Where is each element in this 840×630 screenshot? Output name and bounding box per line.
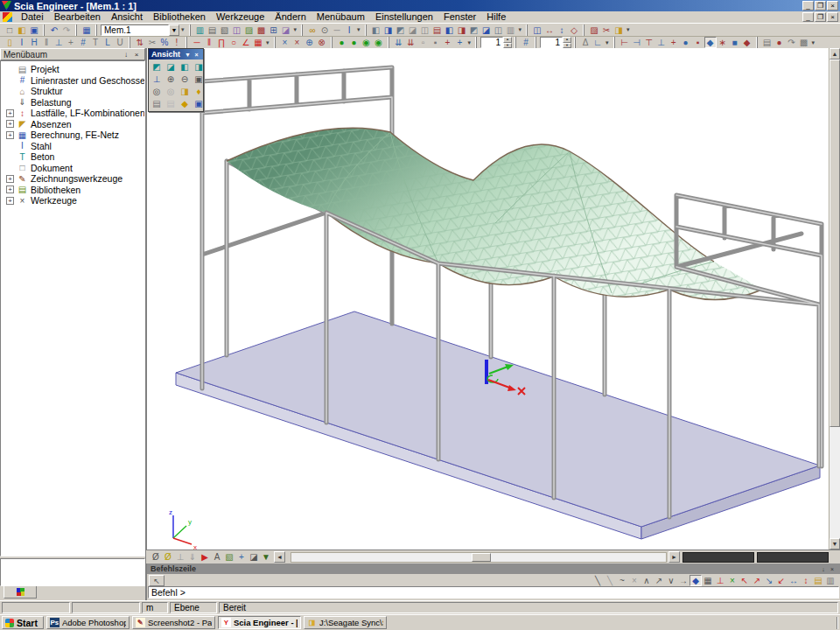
expand-plus-icon[interactable]: + [6,186,14,193]
node-snap-nw-icon[interactable]: ↖ [738,575,751,586]
snap-dot4-icon[interactable]: ◉ [373,37,385,48]
rib-icon[interactable]: ‖ [40,37,52,48]
tree-item-label[interactable]: Berechnung, FE-Netz [31,130,119,140]
node-snap-ne-icon[interactable]: ↗ [751,575,763,586]
visibility-icon[interactable]: ◨ [178,86,191,97]
percent-icon[interactable]: % [158,37,171,48]
table-editor-icon[interactable]: ⊞ [268,24,280,36]
tree-item-load[interactable]: ⇓Belastung [4,97,144,108]
view-palette[interactable]: Ansicht ▼ × ◩◪◧◨⊥⊕⊖▣◎◎◨♦▤▤◆▣ [148,48,204,112]
tree-item-label[interactable]: Lastfälle, LF-Kombinationen [31,108,145,118]
hinge1-icon[interactable]: ⊢ [619,37,631,48]
layers-icon[interactable]: ▩ [798,37,810,48]
tree-item-concrete[interactable]: TBeton [4,151,144,163]
redo2-icon[interactable]: ↷ [786,37,798,48]
cross-snap-icon[interactable]: × [726,575,738,586]
viewport-horizontal-scrollbar[interactable] [290,552,667,563]
gallery-icon[interactable]: ▨ [243,24,256,36]
taskbar-task-paint[interactable]: ✎Screenshot2 - Paint [132,616,215,629]
view-side-icon[interactable]: ◩ [395,24,407,36]
wall-icon[interactable]: L [102,37,114,48]
grid-snap-icon[interactable]: ▦ [702,575,714,586]
layer-spinner[interactable]: 1 ▲▼ [540,37,571,48]
node-icon[interactable]: ● [680,37,692,48]
tree-item-label[interactable]: Projekt [31,64,60,74]
view-axo-icon[interactable]: ◩ [150,61,163,73]
node-snap-se-icon[interactable]: ↘ [763,575,775,586]
rigid-icon[interactable]: ◆ [704,37,717,48]
vertical-scroll-thumb[interactable] [830,60,840,427]
menu-item-ansicht[interactable]: Ansicht [106,11,148,23]
snap-peak-icon[interactable]: ∧ [640,575,653,586]
move-icon[interactable]: ↔ [543,24,556,36]
node-delete-icon[interactable]: × [279,37,291,48]
command-line-header[interactable]: Befehlszeile ↓ × [147,564,840,574]
combo-dropdown-icon[interactable]: ▼ [169,24,179,36]
tree-item-label[interactable]: Beton [31,151,54,162]
view-bottom-icon[interactable]: ▤ [431,24,444,36]
small2-icon[interactable]: ▪ [430,37,442,48]
line-grid2-icon[interactable]: ▥ [824,575,836,586]
axis-view-icon[interactable]: ⊥ [150,74,163,85]
open-project-icon[interactable]: ◧ [16,24,28,36]
new-project-icon[interactable]: □ [4,24,16,36]
snap-dot3-icon[interactable]: ◉ [360,37,373,48]
expand-plus-icon[interactable]: + [6,175,14,183]
node-merge-icon[interactable]: ⊕ [304,37,316,48]
mesh-icon[interactable]: # [520,37,532,48]
copy-icon[interactable]: ◫ [531,24,543,36]
tree-item-label[interactable]: Struktur [31,86,63,96]
start-button[interactable]: Start [2,616,44,629]
beam-icon[interactable]: I [16,37,28,48]
node-split-icon[interactable]: ⊗ [316,37,328,48]
camera-icon[interactable]: ▤ [150,98,163,109]
shell-icon[interactable]: U [114,37,126,48]
activity-spinner-value[interactable]: 1 [480,37,503,48]
snap-flow-icon[interactable]: → [677,575,690,586]
search-icon[interactable]: ⊙ [318,24,331,36]
mdi-child-icon[interactable] [3,12,12,22]
tree-item-libraries[interactable]: +▤Bibliotheken [4,185,144,196]
divide-icon[interactable]: ⇅ [134,37,146,48]
filter-icon[interactable]: ▼ [260,551,272,564]
activity-spinner[interactable]: 1 ▲▼ [480,37,512,48]
column-icon[interactable]: ▯ [4,37,16,48]
paperspace-icon[interactable]: ▩ [256,24,268,36]
zoom-out-icon[interactable]: ⊖ [178,74,191,85]
view-top-icon[interactable]: ◧ [370,24,382,36]
load-display-icon[interactable]: ⇓ [186,551,199,564]
snap-dir-icon[interactable]: ↗ [653,575,665,586]
support2-icon[interactable]: ⊥ [655,37,668,48]
tree-item-label[interactable]: Linienraster und Geschosse [31,75,145,86]
tree-item-label[interactable]: Bibliotheken [31,185,80,195]
view-camera-icon[interactable]: ▥ [505,24,517,36]
node-display-icon[interactable]: ⊥ [174,551,186,564]
project-combo-value[interactable]: Mem.1 [101,24,169,36]
document-icon[interactable]: ◪ [280,24,292,36]
copy-picture-icon[interactable]: ◫ [231,24,243,36]
drop1-icon[interactable]: ⇊ [393,37,405,48]
cross-icon[interactable]: + [668,37,680,48]
membrane-surface[interactable] [227,128,762,299]
tree-item-label[interactable]: Stahl [31,141,52,151]
mdi-close-button[interactable]: × [827,12,838,22]
diamond-icon[interactable]: ◆ [741,37,753,48]
zoom-all-icon[interactable]: ◎ [150,86,163,97]
mirror-icon[interactable]: ◇ [568,24,580,36]
measure-icon[interactable]: ─ [331,24,343,36]
cross-link-icon[interactable]: + [65,37,77,48]
restore-button[interactable]: ❐ [815,1,826,10]
view-back-icon[interactable]: ◫ [419,24,431,36]
snap-low-icon[interactable]: ∨ [665,575,677,586]
save-icon[interactable]: ▣ [28,24,40,36]
taskbar-task-photoshop[interactable]: PsAdobe Photoshop CS3 E... [46,616,130,629]
trim-icon[interactable]: ✂ [146,37,158,48]
node-snap-sw-icon[interactable]: ↙ [775,575,788,586]
close-button[interactable]: × [827,1,838,10]
grid-icon[interactable]: ▦ [252,37,264,48]
scroll-left-icon[interactable]: ◄ [274,551,285,563]
tree-item-label[interactable]: Werkzeuge [31,195,77,206]
pin-icon[interactable]: ↓ [121,50,131,60]
menu-item-fenster[interactable]: Fenster [438,11,481,23]
tree-item-label[interactable]: Absenzen [31,119,72,130]
